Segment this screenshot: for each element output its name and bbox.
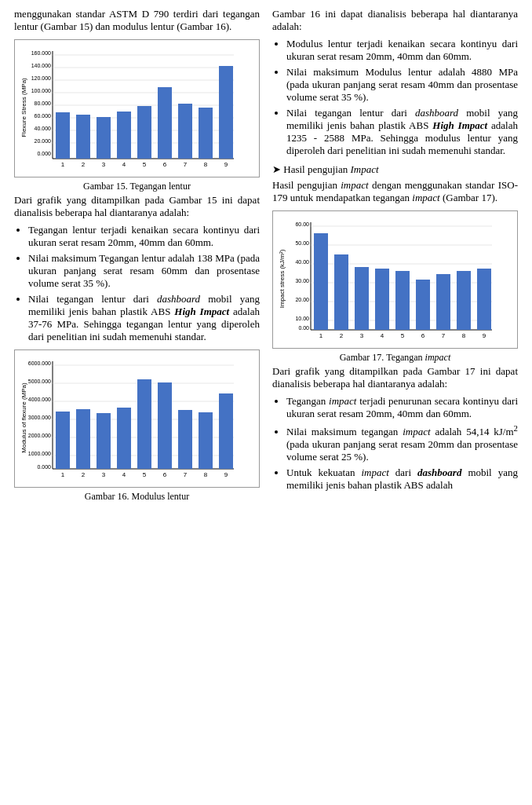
- svg-text:1: 1: [61, 471, 65, 478]
- left-intro: menggunakan standar ASTM D 790 terdiri d…: [14, 8, 260, 33]
- bar-16-1: [56, 412, 70, 469]
- bar-15-5: [137, 106, 151, 159]
- bar-16-9: [219, 393, 233, 469]
- svg-text:6: 6: [163, 161, 167, 168]
- bar-16-6: [158, 382, 172, 469]
- analysis17-item-1: Tegangan impact terjadi penurunan secara…: [286, 395, 518, 420]
- svg-text:60.00: 60.00: [295, 221, 309, 227]
- bar-15-9: [219, 66, 233, 159]
- svg-text:9: 9: [483, 332, 486, 339]
- analysis17-intro: Dari grafik yang ditampilkan pada Gambar…: [272, 365, 518, 390]
- svg-text:Experimental  Objects: Experimental Objects: [372, 340, 432, 342]
- bar-16-4: [117, 408, 131, 469]
- analysis17-item-2: Nilai maksimum tegangan impact adalah 54…: [286, 423, 518, 463]
- chart-17: Impact stress (kJ/m²) 60.00 50.00 40.00 …: [276, 216, 496, 342]
- svg-text:3: 3: [102, 471, 106, 478]
- bar-17-9: [477, 269, 491, 330]
- svg-text:3000.000: 3000.000: [28, 415, 51, 420]
- svg-text:2: 2: [82, 161, 86, 168]
- fig15-caption: Gambar 15. Tegangan lentur: [14, 181, 260, 192]
- svg-text:5000.000: 5000.000: [28, 379, 51, 384]
- svg-text:6: 6: [163, 471, 167, 478]
- svg-text:1: 1: [61, 161, 65, 168]
- bar-15-3: [97, 117, 111, 159]
- chart-15: Flexure Stress (MPa) 160.000 140.000 120…: [18, 45, 238, 170]
- bar-15-4: [117, 112, 131, 159]
- analysis15-item-2: Nilai maksimum Tegangan lentur adalah 13…: [28, 252, 260, 290]
- bar-15-2: [76, 115, 90, 159]
- svg-text:8: 8: [462, 332, 466, 339]
- svg-text:8: 8: [204, 471, 208, 478]
- fig16-caption: Gambar 16. Modulus lentur: [14, 491, 260, 503]
- svg-text:60.000: 60.000: [35, 113, 52, 119]
- analysis15-list: Tegangan lentur terjadi kenaikan secara …: [28, 224, 260, 343]
- svg-text:5: 5: [143, 471, 147, 478]
- bar-16-8: [199, 412, 213, 469]
- left-column: menggunakan standar ASTM D 790 terdiri d…: [14, 8, 260, 504]
- svg-text:120.000: 120.000: [31, 75, 51, 81]
- bar-17-3: [355, 267, 369, 330]
- svg-text:50.00: 50.00: [295, 240, 309, 246]
- svg-text:4000.000: 4000.000: [28, 397, 51, 402]
- svg-text:80.000: 80.000: [35, 101, 52, 106]
- analysis16-item-3: Nilai tegangan lentur dari dashboard mob…: [286, 107, 518, 157]
- bar-15-8: [199, 108, 213, 159]
- svg-text:6: 6: [421, 332, 425, 339]
- analysis16-item-2: Nilai maksimum Modulus lentur adalah 488…: [286, 66, 518, 104]
- svg-text:5: 5: [401, 332, 405, 339]
- svg-text:3: 3: [360, 332, 364, 339]
- bar-16-2: [76, 409, 90, 469]
- fig17-caption: Gambar 17. Tegangan impact: [272, 352, 518, 364]
- chart-16: Modulus of flexure (MPa) 6000.000 5000.0…: [18, 355, 238, 481]
- svg-text:2: 2: [340, 332, 344, 339]
- svg-text:7: 7: [442, 332, 446, 339]
- analysis15-item-3: Nilai tegangan lentur dari dashboard mob…: [28, 293, 260, 343]
- svg-text:10.00: 10.00: [295, 316, 309, 321]
- bar-16-3: [97, 413, 111, 469]
- svg-text:Modulus of flexure (MPa): Modulus of flexure (MPa): [20, 382, 27, 453]
- svg-text:40.00: 40.00: [295, 259, 309, 265]
- svg-text:3: 3: [102, 161, 106, 168]
- figure-16: Modulus of flexure (MPa) 6000.000 5000.0…: [14, 349, 260, 488]
- svg-text:1: 1: [319, 332, 323, 339]
- impact-intro: Hasil pengujian impact dengan menggunaka…: [272, 179, 518, 204]
- svg-text:40.000: 40.000: [35, 126, 52, 131]
- bar-15-7: [178, 104, 192, 159]
- svg-text:Experimental  Objects: Experimental Objects: [114, 169, 173, 170]
- analysis15-item-1: Tegangan lentur terjadi kenaikan secara …: [28, 224, 260, 249]
- analysis15-intro: Dari grafik yang ditampilkan pada Gambar…: [14, 194, 260, 219]
- svg-text:9: 9: [224, 471, 228, 478]
- analysis17-list: Tegangan impact terjadi penurunan secara…: [286, 395, 518, 492]
- bar-16-5: [137, 379, 151, 469]
- bar-16-7: [178, 410, 192, 469]
- svg-text:Experimental  Objects: Experimental Objects: [114, 479, 173, 481]
- svg-text:140.000: 140.000: [31, 63, 51, 68]
- analysis16-list: Modulus lentur terjadi kenaikan secara k…: [286, 38, 518, 157]
- bar-15-6: [158, 87, 172, 159]
- svg-text:7: 7: [184, 471, 188, 478]
- svg-text:0.00: 0.00: [298, 325, 309, 331]
- svg-text:0.000: 0.000: [37, 151, 51, 156]
- fig15-ylabel: Flexure Stress (MPa): [20, 78, 27, 137]
- svg-text:9: 9: [224, 161, 228, 168]
- svg-text:4: 4: [381, 332, 384, 339]
- svg-text:Impact stress (kJ/m²): Impact stress (kJ/m²): [279, 249, 286, 308]
- bar-17-8: [457, 271, 471, 330]
- impact-heading: ➤ Hasil pengujian Impact: [272, 163, 518, 176]
- bar-15-1: [56, 112, 70, 159]
- bar-17-6: [416, 280, 430, 330]
- svg-text:0.000: 0.000: [37, 464, 51, 470]
- svg-text:20.00: 20.00: [295, 297, 309, 302]
- svg-text:4: 4: [122, 471, 126, 478]
- svg-text:100.000: 100.000: [31, 88, 51, 93]
- bar-17-1: [314, 233, 328, 330]
- analysis16-item-1: Modulus lentur terjadi kenaikan secara k…: [286, 38, 518, 63]
- svg-text:30.00: 30.00: [295, 278, 309, 284]
- svg-text:4: 4: [122, 161, 126, 168]
- svg-text:2: 2: [82, 471, 86, 478]
- svg-text:20.000: 20.000: [35, 138, 52, 144]
- figure-17: Impact stress (kJ/m²) 60.00 50.00 40.00 …: [272, 210, 518, 349]
- bar-17-4: [375, 269, 389, 330]
- bar-17-2: [334, 254, 348, 330]
- analysis17-item-3: Untuk kekuatan impact dari dashboard mob…: [286, 467, 518, 492]
